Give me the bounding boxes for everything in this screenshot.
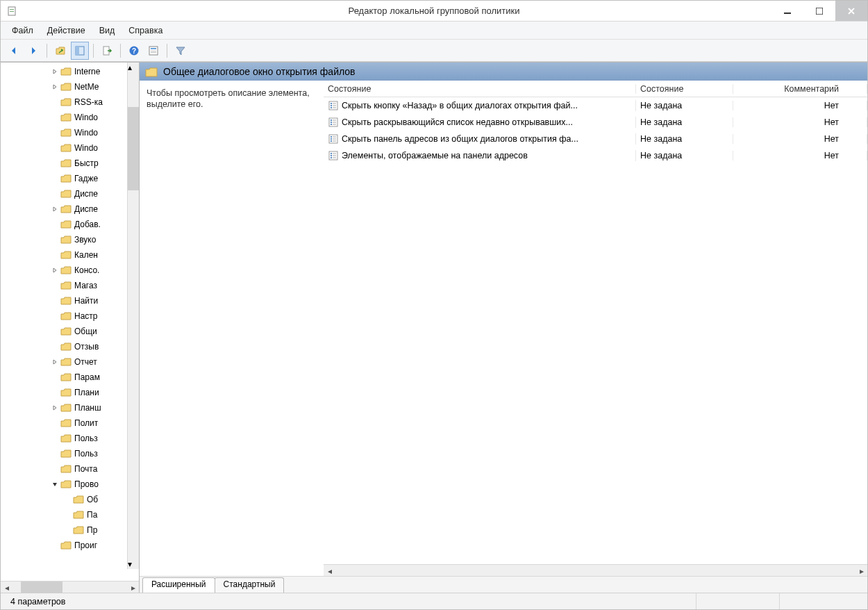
tree-item[interactable]: Windo <box>1 140 139 156</box>
expander-icon[interactable] <box>63 511 72 519</box>
expander-icon[interactable] <box>51 312 59 320</box>
tree-item[interactable]: Диспе <box>1 186 139 201</box>
expander-icon[interactable] <box>51 113 59 122</box>
tree-item[interactable]: Отчет <box>1 354 139 370</box>
scroll-right-icon[interactable]: ▸ <box>856 565 867 577</box>
tree-item[interactable]: NetMe <box>1 79 139 94</box>
expander-icon[interactable] <box>51 174 59 183</box>
expander-icon[interactable] <box>51 480 59 488</box>
minimize-button[interactable] <box>771 1 803 21</box>
menu-file[interactable]: Файл <box>5 24 40 38</box>
tree-item[interactable]: Общи <box>1 324 139 339</box>
scroll-down-icon[interactable]: ▾ <box>128 559 139 569</box>
expander-icon[interactable] <box>51 281 59 290</box>
expander-icon[interactable] <box>51 465 59 473</box>
expander-icon[interactable] <box>63 526 72 534</box>
column-comment[interactable]: Комментарий <box>733 84 867 94</box>
policy-row[interactable]: Элементы, отображаемые на панели адресов… <box>324 147 867 164</box>
tree-item[interactable]: Windo <box>1 110 139 125</box>
tree-item[interactable]: Консо. <box>1 263 139 278</box>
tree-item[interactable]: Проиг <box>1 538 139 553</box>
scroll-left-icon[interactable]: ◂ <box>324 565 335 577</box>
expander-icon[interactable] <box>51 83 59 91</box>
tree-item[interactable]: Почта <box>1 461 139 477</box>
up-button[interactable] <box>51 42 69 60</box>
column-name[interactable]: Состояние <box>324 84 636 94</box>
expander-icon[interactable] <box>51 251 59 259</box>
scrollbar-thumb[interactable] <box>128 107 139 190</box>
policy-row[interactable]: Скрыть панель адресов из общих диалогов … <box>324 131 867 147</box>
tree-item[interactable]: Звуко <box>1 232 139 247</box>
expander-icon[interactable] <box>51 129 59 137</box>
tree-item[interactable]: Гадже <box>1 171 139 186</box>
scrollbar-thumb[interactable] <box>21 582 62 593</box>
tree-item[interactable]: Кален <box>1 247 139 263</box>
tree-item[interactable]: Парам <box>1 370 139 385</box>
expander-icon[interactable] <box>51 404 59 412</box>
menu-help[interactable]: Справка <box>122 24 169 38</box>
tree-item[interactable]: Магаз <box>1 278 139 293</box>
expander-icon[interactable] <box>51 343 59 351</box>
tree-item[interactable]: Польз <box>1 431 139 446</box>
back-button[interactable] <box>5 42 23 60</box>
tree-item[interactable]: Добав. <box>1 217 139 232</box>
expander-icon[interactable] <box>51 541 59 550</box>
list-horizontal-scrollbar[interactable]: ◂ ▸ <box>324 564 867 576</box>
tree-item[interactable]: Па <box>1 507 139 522</box>
expander-icon[interactable] <box>51 358 59 366</box>
tree-item[interactable]: Windo <box>1 125 139 140</box>
tree-item[interactable]: Плани <box>1 385 139 400</box>
filter-button[interactable] <box>172 42 190 60</box>
expander-icon[interactable] <box>51 236 59 244</box>
expander-icon[interactable] <box>51 266 59 274</box>
tree-item[interactable]: Польз <box>1 446 139 461</box>
expander-icon[interactable] <box>51 373 59 381</box>
tree-item[interactable]: Отзыв <box>1 339 139 354</box>
expander-icon[interactable] <box>51 388 59 397</box>
scroll-right-icon[interactable]: ▸ <box>127 582 139 593</box>
expander-icon[interactable] <box>51 220 59 229</box>
menu-action[interactable]: Действие <box>40 24 92 38</box>
expander-icon[interactable] <box>51 450 59 458</box>
tab-extended[interactable]: Расширенный <box>142 577 215 593</box>
expander-icon[interactable] <box>51 67 59 76</box>
scroll-up-icon[interactable]: ▴ <box>128 63 139 72</box>
tree-item[interactable]: Об <box>1 492 139 507</box>
policy-row[interactable]: Скрыть кнопку «Назад» в общих диалогах о… <box>324 97 867 114</box>
tree-scroll[interactable]: InterneNetMeRSS-каWindoWindoWindoБыстрГа… <box>1 63 139 581</box>
tree-item[interactable]: Прово <box>1 477 139 492</box>
column-state[interactable]: Состояние <box>636 84 733 94</box>
tree-item[interactable]: Interne <box>1 64 139 79</box>
tree-item[interactable]: Планш <box>1 400 139 415</box>
export-button[interactable] <box>98 42 116 60</box>
menu-view[interactable]: Вид <box>92 24 122 38</box>
expander-icon[interactable] <box>51 327 59 336</box>
tree-item[interactable]: Полит <box>1 415 139 431</box>
tree-item[interactable]: RSS-ка <box>1 94 139 110</box>
expander-icon[interactable] <box>51 419 59 427</box>
expander-icon[interactable] <box>51 205 59 213</box>
forward-button[interactable] <box>24 42 42 60</box>
tree-item[interactable]: Диспе <box>1 201 139 217</box>
maximize-button[interactable] <box>803 1 835 21</box>
help-button[interactable]: ? <box>125 42 143 60</box>
close-button[interactable] <box>835 1 867 21</box>
expander-icon[interactable] <box>51 144 59 152</box>
expander-icon[interactable] <box>51 190 59 198</box>
expander-icon[interactable] <box>51 159 59 167</box>
scroll-left-icon[interactable]: ◂ <box>1 582 12 593</box>
tree-item[interactable]: Найти <box>1 293 139 308</box>
expander-icon[interactable] <box>63 495 72 504</box>
expander-icon[interactable] <box>51 297 59 305</box>
policy-row[interactable]: Скрыть раскрывающийся список недавно отк… <box>324 114 867 131</box>
tree-vertical-scrollbar[interactable]: ▴ ▾ <box>127 63 139 569</box>
expander-icon[interactable] <box>51 434 59 443</box>
tree-item[interactable]: Настр <box>1 308 139 324</box>
show-hide-tree-button[interactable] <box>71 42 89 60</box>
expander-icon[interactable] <box>51 98 59 106</box>
tree-item[interactable]: Быстр <box>1 156 139 171</box>
properties-button[interactable] <box>144 42 162 60</box>
tab-standard[interactable]: Стандартный <box>215 577 285 593</box>
tree-item[interactable]: Пр <box>1 522 139 538</box>
tree-horizontal-scrollbar[interactable]: ◂ ▸ <box>1 581 139 593</box>
